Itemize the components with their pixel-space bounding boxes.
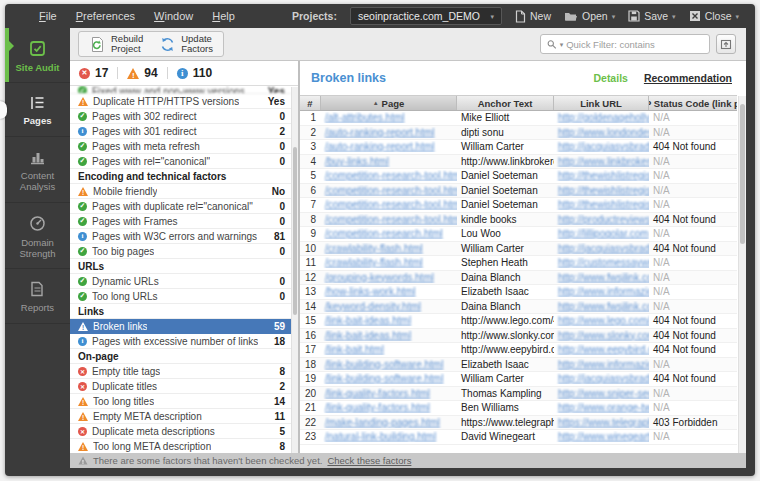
page-link[interactable]: /link-bait-ideas.html	[325, 315, 411, 326]
factor-row[interactable]: Pages with duplicate rel="canonical"0	[70, 199, 291, 214]
link-url-cell[interactable]: http://productreviews.co...	[554, 214, 649, 225]
scrollbar-thumb[interactable]	[740, 104, 745, 244]
link-url[interactable]: http://www.informazionib...	[558, 286, 649, 297]
page-cell[interactable]: /make-landing-pages.html	[321, 417, 457, 428]
broken-link-row[interactable]: 1/alt-attributes.htmlMike Elliotthttp://…	[300, 111, 737, 126]
link-url-cell[interactable]: http://www.eepybird.co...	[554, 344, 649, 355]
table-scrollbar[interactable]	[738, 96, 746, 453]
page-cell[interactable]: /auto-ranking-report.html	[321, 141, 457, 152]
menu-preferences[interactable]: Preferences	[76, 10, 135, 22]
page-link[interactable]: /grouping-keywords.html	[325, 272, 434, 283]
factor-row[interactable]: Pages with 302 redirect0	[70, 109, 291, 124]
recommendation-tab[interactable]: Recommendation	[644, 72, 732, 84]
link-url-cell[interactable]: http://customessaywrite...	[554, 257, 649, 268]
factors-scrollbar[interactable]	[291, 87, 298, 453]
broken-link-row[interactable]: 14/keyword-density.htmlDaina Blanchhttp:…	[300, 300, 737, 315]
broken-link-row[interactable]: 11/crawlability-flash.htmlStephen Heathh…	[300, 256, 737, 271]
page-link[interactable]: /competition-research.html	[325, 228, 443, 239]
page-link[interactable]: /keyword-density.html	[325, 301, 421, 312]
link-url[interactable]: http://www.fwsjlink.com	[558, 301, 649, 312]
page-cell[interactable]: /link-quality-factors.html	[321, 388, 457, 399]
factor-row[interactable]: Duplicate titles2	[70, 379, 291, 394]
link-url[interactable]: http://goldenagehollywo...	[558, 112, 649, 123]
factor-row[interactable]: Pages with excessive number of links18	[70, 334, 291, 349]
factor-row[interactable]: Pages with 301 redirect2	[70, 124, 291, 139]
factor-row[interactable]: Too long META description8	[70, 439, 291, 453]
link-url[interactable]: http://www.lego.com/404	[558, 315, 649, 326]
broken-link-row[interactable]: 17/link-bait.htmlhttp://www.eepybird.com…	[300, 343, 737, 358]
link-url-cell[interactable]: http://thewishlistregistry...	[554, 199, 649, 210]
broken-link-row[interactable]: 21/link-quality-factors.htmlBen Williams…	[300, 401, 737, 416]
page-cell[interactable]: /natural-link-building.html	[321, 431, 457, 442]
link-url-cell[interactable]: http://lillipogolar.com	[554, 228, 649, 239]
link-url[interactable]: http://jacquiasvsbradley...	[558, 243, 649, 254]
page-link[interactable]: /competition-research-tool.html	[325, 170, 457, 181]
open-project-button[interactable]: Open ▾	[564, 10, 615, 22]
link-url[interactable]: http://www.orange-twist...	[558, 402, 649, 413]
broken-link-row[interactable]: 9/competition-research.htmlLou Woohttp:/…	[300, 227, 737, 242]
link-url-cell[interactable]: http://www.linkbrokeronl...	[554, 156, 649, 167]
page-link[interactable]: /alt-attributes.html	[325, 112, 404, 123]
sidebar-item-pages[interactable]: Pages	[5, 83, 70, 136]
link-url[interactable]: http://lillipogolar.com	[558, 228, 649, 239]
broken-link-row[interactable]: 23/natural-link-building.htmlDavid Wineg…	[300, 430, 737, 445]
factor-row[interactable]: Pages with rel="canonical"0	[70, 154, 291, 169]
factor-row[interactable]: Too big pages0	[70, 244, 291, 259]
factor-row[interactable]: Pages with meta refresh0	[70, 139, 291, 154]
page-cell[interactable]: /link-bait-ideas.html	[321, 330, 457, 341]
page-cell[interactable]: /link-building-software.html	[321, 373, 457, 384]
link-url[interactable]: http://www.eepybird.co...	[558, 344, 649, 355]
page-link[interactable]: /crawlability-flash.html	[325, 257, 423, 268]
broken-link-row[interactable]: 6/competition-research-tool.htmlDaniel S…	[300, 184, 737, 199]
link-url[interactable]: http://thewishlistregistry...	[558, 170, 649, 181]
page-cell[interactable]: /auto-ranking-report.html	[321, 127, 457, 138]
link-url[interactable]: http://www.informazionib...	[558, 359, 649, 370]
factor-row[interactable]: Dynamic URLs0	[70, 274, 291, 289]
factor-row[interactable]: Broken links59	[70, 319, 291, 334]
link-url[interactable]: http://customessaywrite...	[558, 257, 649, 268]
factor-row[interactable]: Too long URLs0	[70, 289, 291, 304]
link-url-cell[interactable]: http://jacquiasvsbradley...	[554, 141, 649, 152]
menu-window[interactable]: Window	[154, 10, 193, 22]
column-header-number[interactable]: #	[300, 96, 321, 110]
page-link[interactable]: /natural-link-building.html	[325, 431, 436, 442]
link-url[interactable]: http://www.linkbrokeronl...	[558, 156, 649, 167]
broken-link-row[interactable]: 2/auto-ranking-report.htmldipti sonuhttp…	[300, 126, 737, 141]
broken-link-row[interactable]: 4/buy-links.htmlhttp://www.linkbrokeronl…	[300, 155, 737, 170]
link-url-cell[interactable]: http://jacquiasvsbradley...	[554, 373, 649, 384]
factor-row[interactable]: Too long titles14	[70, 394, 291, 409]
page-cell[interactable]: /link-bait.html	[321, 344, 457, 355]
factor-row[interactable]: Empty title tags8	[70, 364, 291, 379]
link-url[interactable]: http://www.slonky.com/4...	[558, 330, 649, 341]
page-link[interactable]: /crawlability-flash.html	[325, 243, 423, 254]
search-icon[interactable]	[547, 39, 557, 50]
link-url[interactable]: http://productreviews.co...	[558, 214, 649, 225]
link-url[interactable]: http://www.londondesi.c...	[558, 127, 649, 138]
broken-link-row[interactable]: 16/link-bait-ideas.htmlhttp://www.slonky…	[300, 329, 737, 344]
page-cell[interactable]: /link-building-software.html	[321, 359, 457, 370]
link-url[interactable]: http://jacquiasvsbradley...	[558, 373, 649, 384]
link-url-cell[interactable]: http://www.londondesi.c...	[554, 127, 649, 138]
check-these-factors-link[interactable]: Check these factors	[327, 455, 411, 466]
project-selector[interactable]: seoinpractice.com_DEMO ▾	[350, 7, 502, 25]
chevron-down-icon[interactable]: ▾	[560, 41, 564, 48]
factor-row[interactable]: Empty META description11	[70, 409, 291, 424]
page-link[interactable]: /link-quality-factors.html	[325, 388, 430, 399]
link-url[interactable]: http://jacquiasvsbradley...	[558, 141, 649, 152]
column-header-page[interactable]: ▲Page	[321, 96, 457, 110]
page-cell[interactable]: /competition-research-tool.html	[321, 214, 457, 225]
link-url-cell[interactable]: http://www.informazionib...	[554, 359, 649, 370]
quick-filter-input[interactable]	[566, 39, 703, 50]
link-url[interactable]: http://www.winegeartwrit...	[558, 431, 649, 442]
link-url-cell[interactable]: http://www.slonky.com/4...	[554, 330, 649, 341]
column-header-link-url[interactable]: Link URL	[554, 96, 649, 110]
sidebar-item-reports[interactable]: Reports	[5, 269, 70, 323]
broken-link-row[interactable]: 5/competition-research-tool.htmlDaniel S…	[300, 169, 737, 184]
page-link[interactable]: /link-building-software.html	[325, 359, 443, 370]
link-url-cell[interactable]: http://www.informazionib...	[554, 286, 649, 297]
link-url-cell[interactable]: http://www.lego.com/404	[554, 315, 649, 326]
page-link[interactable]: /auto-ranking-report.html	[325, 127, 435, 138]
factor-row[interactable]: Mobile friendlyNo	[70, 184, 291, 199]
factor-row[interactable]: Duplicate meta descriptions5	[70, 424, 291, 439]
close-project-button[interactable]: Close ▾	[689, 10, 739, 22]
